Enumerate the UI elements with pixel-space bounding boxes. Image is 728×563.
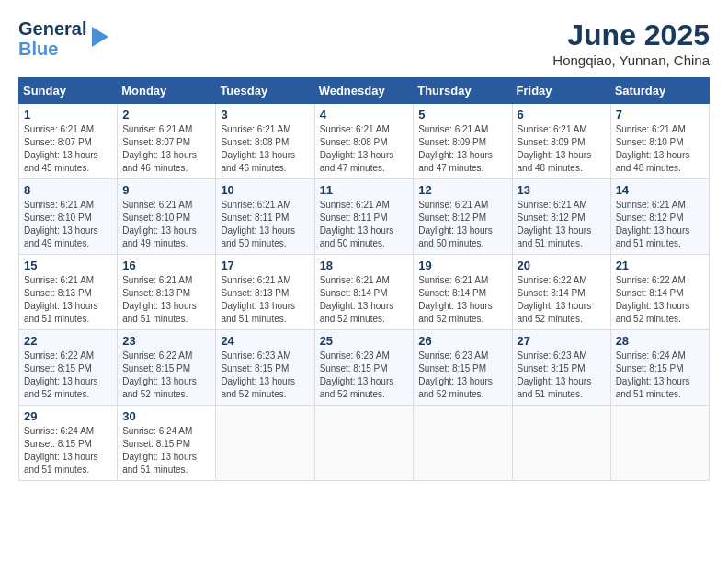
day-info: Sunrise: 6:21 AM Sunset: 8:12 PM Dayligh… (616, 199, 704, 250)
table-row (512, 406, 610, 481)
table-row: 4 Sunrise: 6:21 AM Sunset: 8:08 PM Dayli… (314, 104, 414, 179)
day-number: 7 (616, 108, 704, 121)
day-number: 26 (418, 334, 506, 348)
day-info: Sunrise: 6:21 AM Sunset: 8:09 PM Dayligh… (518, 123, 606, 175)
day-info: Sunrise: 6:21 AM Sunset: 8:09 PM Dayligh… (418, 123, 506, 175)
day-info: Sunrise: 6:21 AM Sunset: 8:12 PM Dayligh… (518, 199, 606, 250)
day-number: 2 (122, 108, 210, 121)
day-info: Sunrise: 6:22 AM Sunset: 8:14 PM Dayligh… (616, 274, 704, 326)
day-info: Sunrise: 6:21 AM Sunset: 8:08 PM Dayligh… (221, 123, 309, 175)
table-row: 23 Sunrise: 6:22 AM Sunset: 8:15 PM Dayl… (118, 330, 216, 406)
table-row: 24 Sunrise: 6:23 AM Sunset: 8:15 PM Dayl… (216, 330, 314, 406)
day-number: 18 (320, 259, 409, 272)
day-info: Sunrise: 6:21 AM Sunset: 8:13 PM Dayligh… (221, 274, 309, 326)
table-row (414, 406, 512, 481)
logo: General Blue (18, 18, 108, 59)
day-number: 1 (24, 108, 112, 121)
page-header: General Blue June 2025 Hongqiao, Yunnan,… (18, 18, 710, 68)
table-row: 8 Sunrise: 6:21 AM Sunset: 8:10 PM Dayli… (19, 179, 118, 255)
day-number: 24 (221, 334, 309, 348)
location-text: Hongqiao, Yunnan, China (552, 52, 710, 68)
day-number: 8 (24, 183, 112, 197)
day-info: Sunrise: 6:21 AM Sunset: 8:11 PM Dayligh… (320, 199, 409, 250)
logo-name: General Blue (18, 18, 86, 59)
day-number: 10 (221, 183, 309, 197)
day-info: Sunrise: 6:21 AM Sunset: 8:13 PM Dayligh… (122, 274, 210, 326)
day-info: Sunrise: 6:23 AM Sunset: 8:15 PM Dayligh… (221, 350, 309, 401)
day-number: 17 (221, 259, 309, 272)
day-info: Sunrise: 6:21 AM Sunset: 8:14 PM Dayligh… (320, 274, 409, 326)
calendar-week-5: 29 Sunrise: 6:24 AM Sunset: 8:15 PM Dayl… (19, 406, 710, 481)
table-row: 15 Sunrise: 6:21 AM Sunset: 8:13 PM Dayl… (19, 255, 118, 330)
day-number: 5 (418, 108, 506, 121)
table-row: 30 Sunrise: 6:24 AM Sunset: 8:15 PM Dayl… (118, 406, 216, 481)
day-info: Sunrise: 6:24 AM Sunset: 8:15 PM Dayligh… (24, 425, 112, 477)
day-info: Sunrise: 6:21 AM Sunset: 8:14 PM Dayligh… (418, 274, 506, 326)
day-number: 28 (616, 334, 704, 348)
table-row: 27 Sunrise: 6:23 AM Sunset: 8:15 PM Dayl… (512, 330, 610, 406)
table-row: 20 Sunrise: 6:22 AM Sunset: 8:14 PM Dayl… (512, 255, 610, 330)
table-row: 25 Sunrise: 6:23 AM Sunset: 8:15 PM Dayl… (314, 330, 414, 406)
col-saturday: Saturday (610, 78, 709, 104)
day-number: 29 (24, 409, 112, 423)
calendar-week-4: 22 Sunrise: 6:22 AM Sunset: 8:15 PM Dayl… (19, 330, 710, 406)
day-info: Sunrise: 6:22 AM Sunset: 8:15 PM Dayligh… (24, 350, 112, 401)
day-number: 19 (418, 259, 506, 272)
col-thursday: Thursday (414, 78, 512, 104)
table-row: 10 Sunrise: 6:21 AM Sunset: 8:11 PM Dayl… (216, 179, 314, 255)
day-info: Sunrise: 6:23 AM Sunset: 8:15 PM Dayligh… (320, 350, 409, 401)
col-friday: Friday (512, 78, 610, 104)
day-info: Sunrise: 6:21 AM Sunset: 8:10 PM Dayligh… (122, 199, 210, 250)
calendar-week-3: 15 Sunrise: 6:21 AM Sunset: 8:13 PM Dayl… (19, 255, 710, 330)
day-number: 22 (24, 334, 112, 348)
calendar-table: Sunday Monday Tuesday Wednesday Thursday… (18, 77, 710, 481)
calendar-week-1: 1 Sunrise: 6:21 AM Sunset: 8:07 PM Dayli… (19, 104, 710, 179)
table-row: 3 Sunrise: 6:21 AM Sunset: 8:08 PM Dayli… (216, 104, 314, 179)
title-block: June 2025 Hongqiao, Yunnan, China (552, 18, 710, 68)
table-row: 6 Sunrise: 6:21 AM Sunset: 8:09 PM Dayli… (512, 104, 610, 179)
logo-general-text: General (18, 18, 86, 39)
day-info: Sunrise: 6:23 AM Sunset: 8:15 PM Dayligh… (518, 350, 606, 401)
calendar-header-row: Sunday Monday Tuesday Wednesday Thursday… (19, 78, 710, 104)
table-row: 13 Sunrise: 6:21 AM Sunset: 8:12 PM Dayl… (512, 179, 610, 255)
day-info: Sunrise: 6:21 AM Sunset: 8:11 PM Dayligh… (221, 199, 309, 250)
day-info: Sunrise: 6:23 AM Sunset: 8:15 PM Dayligh… (418, 350, 506, 401)
day-info: Sunrise: 6:22 AM Sunset: 8:15 PM Dayligh… (122, 350, 210, 401)
day-info: Sunrise: 6:22 AM Sunset: 8:14 PM Dayligh… (518, 274, 606, 326)
day-number: 23 (122, 334, 210, 348)
day-number: 14 (616, 183, 704, 197)
day-info: Sunrise: 6:21 AM Sunset: 8:07 PM Dayligh… (122, 123, 210, 175)
table-row: 11 Sunrise: 6:21 AM Sunset: 8:11 PM Dayl… (314, 179, 414, 255)
table-row: 22 Sunrise: 6:22 AM Sunset: 8:15 PM Dayl… (19, 330, 118, 406)
col-tuesday: Tuesday (216, 78, 314, 104)
table-row: 19 Sunrise: 6:21 AM Sunset: 8:14 PM Dayl… (414, 255, 512, 330)
logo-arrow-icon (92, 27, 108, 47)
table-row: 7 Sunrise: 6:21 AM Sunset: 8:10 PM Dayli… (610, 104, 709, 179)
table-row (314, 406, 414, 481)
day-number: 25 (320, 334, 409, 348)
day-number: 11 (320, 183, 409, 197)
table-row: 5 Sunrise: 6:21 AM Sunset: 8:09 PM Dayli… (414, 104, 512, 179)
month-title: June 2025 (552, 18, 710, 52)
day-number: 9 (122, 183, 210, 197)
day-info: Sunrise: 6:21 AM Sunset: 8:13 PM Dayligh… (24, 274, 112, 326)
table-row (216, 406, 314, 481)
day-number: 12 (418, 183, 506, 197)
day-number: 16 (122, 259, 210, 272)
table-row: 9 Sunrise: 6:21 AM Sunset: 8:10 PM Dayli… (118, 179, 216, 255)
logo-blue-text: Blue (18, 39, 86, 59)
col-sunday: Sunday (19, 78, 118, 104)
day-info: Sunrise: 6:21 AM Sunset: 8:08 PM Dayligh… (320, 123, 409, 175)
day-info: Sunrise: 6:21 AM Sunset: 8:10 PM Dayligh… (616, 123, 704, 175)
table-row: 12 Sunrise: 6:21 AM Sunset: 8:12 PM Dayl… (414, 179, 512, 255)
table-row: 29 Sunrise: 6:24 AM Sunset: 8:15 PM Dayl… (19, 406, 118, 481)
day-info: Sunrise: 6:24 AM Sunset: 8:15 PM Dayligh… (616, 350, 704, 401)
day-number: 3 (221, 108, 309, 121)
day-info: Sunrise: 6:24 AM Sunset: 8:15 PM Dayligh… (122, 425, 210, 477)
table-row: 14 Sunrise: 6:21 AM Sunset: 8:12 PM Dayl… (610, 179, 709, 255)
day-number: 30 (122, 409, 210, 423)
table-row: 1 Sunrise: 6:21 AM Sunset: 8:07 PM Dayli… (19, 104, 118, 179)
day-number: 13 (518, 183, 606, 197)
day-number: 20 (518, 259, 606, 272)
table-row: 18 Sunrise: 6:21 AM Sunset: 8:14 PM Dayl… (314, 255, 414, 330)
